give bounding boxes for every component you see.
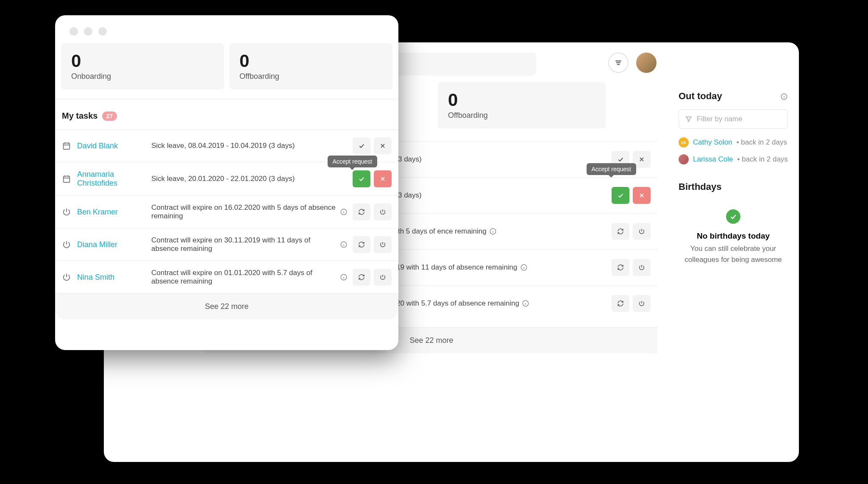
- task-desc: Contract will expire on 01.01.2020 with …: [151, 269, 353, 286]
- refresh-button[interactable]: [612, 259, 629, 276]
- stat-label: Onboarding: [71, 72, 214, 81]
- reject-button[interactable]: [633, 187, 651, 204]
- front-window: 0 Onboarding 0 Offboarding My tasks 27 D…: [55, 15, 398, 350]
- power-button[interactable]: [633, 295, 651, 312]
- task-row: Diana Miller Contract will expire on 30.…: [55, 228, 398, 261]
- stat-label: Offboarding: [239, 72, 382, 81]
- birthdays-empty-sub: You can still celebrate your colleagues …: [679, 243, 788, 265]
- svg-rect-5: [64, 176, 70, 183]
- out-today-row: cs Cathy Solon • back in 2 days: [679, 137, 788, 147]
- task-user-link[interactable]: Ben Kramer: [77, 208, 151, 217]
- calendar-icon: [62, 141, 71, 150]
- svg-rect-4: [64, 143, 70, 150]
- reject-button[interactable]: [374, 137, 392, 154]
- info-icon[interactable]: [340, 241, 348, 248]
- birthdays-title: Birthdays: [679, 181, 788, 192]
- task-count-badge: 27: [102, 111, 117, 121]
- accept-tooltip: Accept request: [587, 163, 636, 175]
- task-user-link[interactable]: Annamaria Christofides: [77, 170, 151, 188]
- refresh-button[interactable]: [612, 223, 629, 240]
- power-button[interactable]: [374, 203, 392, 220]
- window-close[interactable]: [70, 27, 78, 36]
- birthdays-empty-title: No birthdays today: [679, 231, 788, 241]
- power-button[interactable]: [374, 236, 392, 253]
- calendar-icon: [62, 174, 71, 184]
- refresh-button[interactable]: [612, 295, 629, 312]
- task-user-link[interactable]: Diana Miller: [77, 240, 151, 249]
- accept-button[interactable]: [353, 137, 370, 154]
- task-desc: Contract will expire on 30.11.2019 with …: [151, 236, 353, 253]
- stat-label: Offboarding: [448, 111, 595, 120]
- user-avatar[interactable]: [636, 53, 657, 73]
- check-icon: [726, 209, 740, 224]
- info-icon[interactable]: [522, 300, 529, 307]
- reject-button[interactable]: [374, 170, 392, 187]
- birthdays-section: Birthdays No birthdays today You can sti…: [679, 181, 788, 265]
- power-icon: [62, 273, 71, 282]
- task-row: Ben Kramer Contract will expire on 16.02…: [55, 195, 398, 228]
- refresh-button[interactable]: [353, 203, 370, 220]
- power-icon: [62, 240, 71, 249]
- stat-offboarding[interactable]: 0 Offboarding: [229, 43, 392, 89]
- info-icon[interactable]: [520, 264, 528, 271]
- task-desc: Sick leave, 20.01.2020 - 22.01.2020 (3 d…: [151, 175, 353, 183]
- settings-button[interactable]: [608, 53, 629, 73]
- window-controls: [55, 15, 398, 43]
- power-icon: [62, 207, 71, 217]
- out-today-row: Larissa Cole • back in 2 days: [679, 154, 788, 164]
- power-button[interactable]: [633, 259, 651, 276]
- accept-button[interactable]: [353, 170, 370, 187]
- refresh-button[interactable]: [353, 236, 370, 253]
- info-icon[interactable]: [340, 273, 348, 281]
- out-meta: • back in 2 days: [737, 138, 787, 147]
- task-user-link[interactable]: David Blank: [77, 142, 151, 150]
- refresh-button[interactable]: [353, 269, 370, 286]
- see-more-button[interactable]: See 22 more: [55, 293, 398, 320]
- stat-value: 0: [448, 90, 595, 110]
- out-meta: • back in 2 days: [737, 155, 788, 164]
- stat-offboarding[interactable]: 0 Offboarding: [438, 82, 606, 128]
- task-row: Nina Smith Contract will expire on 01.01…: [55, 261, 398, 293]
- task-desc: Sick leave, 08.04.2019 - 10.04.2019 (3 d…: [151, 142, 353, 150]
- power-button[interactable]: [374, 269, 392, 286]
- task-desc: Contract will expire on 16.02.2020 with …: [151, 203, 353, 220]
- filter-icon: [685, 115, 693, 123]
- stat-onboarding[interactable]: 0 Onboarding: [61, 43, 224, 89]
- my-tasks-title: My tasks: [62, 111, 98, 121]
- out-name[interactable]: Larissa Cole: [693, 155, 733, 164]
- out-name[interactable]: Cathy Solon: [693, 138, 732, 147]
- accept-tooltip: Accept request: [328, 156, 377, 167]
- info-icon[interactable]: [340, 208, 348, 216]
- window-maximize[interactable]: [98, 27, 107, 36]
- out-today-title: Out today: [679, 91, 722, 102]
- filter-placeholder: Filter by name: [697, 115, 743, 123]
- avatar: [679, 154, 689, 164]
- avatar: cs: [679, 137, 689, 147]
- power-button[interactable]: [633, 223, 651, 240]
- info-icon[interactable]: [489, 228, 497, 235]
- stat-value: 0: [239, 51, 382, 71]
- task-user-link[interactable]: Nina Smith: [77, 273, 151, 282]
- task-row: Annamaria Christofides Sick leave, 20.01…: [55, 162, 398, 195]
- right-sidebar: Out today Filter by name cs Cathy Solon …: [668, 42, 799, 462]
- accept-button[interactable]: [612, 187, 629, 204]
- info-icon[interactable]: [780, 92, 788, 100]
- filter-input[interactable]: Filter by name: [679, 109, 788, 129]
- stat-value: 0: [71, 51, 214, 71]
- window-minimize[interactable]: [84, 27, 92, 36]
